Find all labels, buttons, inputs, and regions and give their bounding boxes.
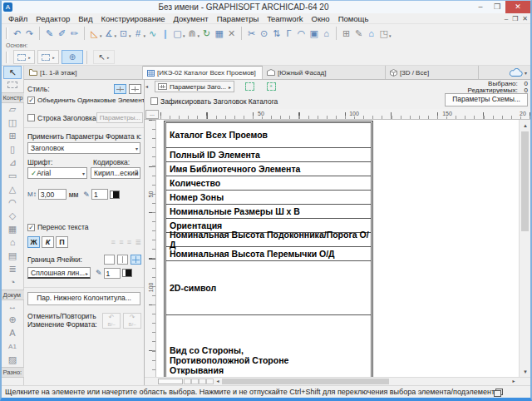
footer-params-button[interactable]: Пар. Нижнего Колонтитула... — [27, 292, 140, 305]
column-tool[interactable]: ▯ — [3, 143, 22, 156]
menu-teamwork[interactable]: Teamwork — [263, 14, 307, 23]
merge-items-checkbox[interactable]: ✓ — [27, 97, 35, 104]
menu-edit[interactable]: Редактор — [32, 14, 74, 23]
text-pen-field[interactable]: 1 — [91, 189, 108, 200]
menu-design[interactable]: Конструирование — [96, 14, 169, 23]
level-dimension-tool[interactable]: ⊕ — [3, 314, 22, 327]
schedule-row-2d-symbol[interactable]: 2D-символ — [165, 260, 372, 314]
slab-tool[interactable]: ▭ — [3, 170, 22, 183]
line-type-select[interactable]: Сплошная лин... ▸ — [27, 267, 91, 279]
scrollbar-thumb[interactable] — [521, 131, 529, 231]
scroll-down-icon[interactable]: ▾ — [520, 366, 531, 377]
orient-button[interactable]: ⊕ — [62, 50, 83, 64]
marquee-preset-button[interactable]: ▸ — [37, 50, 59, 64]
stretch-icon[interactable]: ⇅ — [270, 26, 283, 41]
caret-down-icon[interactable]: ▾ — [389, 33, 392, 38]
text-tool[interactable]: А — [3, 327, 22, 340]
toolbar-grip[interactable] — [6, 27, 8, 39]
morph-tool[interactable]: ◇ — [3, 210, 22, 223]
dimension-tool[interactable]: ↔ — [3, 300, 22, 314]
fit-view-button[interactable] — [199, 379, 206, 384]
arrow-mode-button[interactable]: ↖▸ — [93, 50, 115, 64]
corner-icon[interactable]: Γ — [283, 26, 295, 41]
minimize-button[interactable]: – — [472, 1, 489, 13]
schedule-row-view[interactable]: Вид со Стороны, Противоположной Стороне … — [165, 314, 372, 377]
snap-guides-icon[interactable]: ∡ — [103, 26, 116, 41]
zoom-level-button[interactable] — [158, 379, 183, 384]
lock-header-checkbox[interactable] — [150, 97, 158, 105]
pickup-parameters-icon[interactable]: ✎ — [43, 26, 56, 41]
view-3d-icon[interactable]: ◳ — [377, 26, 390, 41]
favorites-pen-icon[interactable]: ✏ — [68, 26, 81, 41]
align-justify-icon[interactable]: ≣ — [135, 238, 141, 246]
align-right-icon[interactable]: ≡ — [127, 238, 131, 246]
menu-help[interactable]: Помощь — [334, 14, 373, 23]
scroll-right-icon[interactable]: ▸ — [510, 378, 518, 385]
lock-icon[interactable]: ⋒ — [186, 26, 199, 41]
font-select[interactable]: ✓Arial ▾ — [27, 167, 87, 179]
header-row-checkbox[interactable] — [27, 114, 35, 121]
tab-south-elevation[interactable]: [Южный Фасад] — [263, 66, 386, 79]
align-center-icon[interactable]: ≡ — [119, 238, 123, 246]
label-tool[interactable]: A1 — [3, 340, 22, 354]
header-params-button[interactable]: Параметры... — [96, 112, 143, 123]
fill-tool[interactable]: ▨ — [3, 354, 22, 367]
select-all-button[interactable] — [243, 81, 256, 92]
figure-icon[interactable]: ▣ — [308, 26, 320, 41]
border-all-button[interactable] — [131, 255, 141, 265]
underline-button[interactable]: П — [56, 236, 68, 248]
scroll-left-icon[interactable]: ◂ — [214, 378, 222, 385]
curtain-wall-tool[interactable]: ▤ — [3, 250, 22, 263]
magic-wand-icon[interactable]: ❙ — [159, 26, 171, 41]
fillet-icon[interactable]: ◠ — [295, 26, 308, 41]
zoom-preset-button[interactable]: ▸ — [13, 50, 35, 64]
horizontal-scrollbar[interactable] — [222, 379, 510, 384]
style-option-grid-icon[interactable] — [114, 84, 126, 94]
select-criteria-button[interactable]: * — [264, 81, 278, 92]
border-pen-color-swatch[interactable] — [122, 269, 132, 277]
inject-parameters-icon[interactable]: ✐ — [56, 26, 68, 41]
tab-3d-all[interactable]: [3D / Все] — [386, 66, 479, 79]
update-schedule-icon[interactable]: ↻ — [200, 26, 213, 41]
schedule-row-title[interactable]: Каталог Всех Проемов — [165, 122, 372, 147]
schedule-row[interactable]: Номинальные Размеры Ш х В — [165, 204, 372, 218]
door-tool[interactable]: ◫ — [3, 116, 22, 130]
zoom-tool-icon[interactable]: ⊙ — [258, 26, 270, 41]
beam-tool[interactable]: ⊿ — [3, 156, 22, 170]
redo-icon[interactable]: ↷ — [23, 26, 36, 41]
caret-down-icon[interactable]: ▾ — [144, 33, 146, 38]
home-story-icon[interactable]: ⌂ — [320, 26, 332, 41]
schedule-row[interactable]: Номинальная Высота Подоконника/Порога О/… — [165, 232, 372, 246]
schedule-row[interactable]: Количество — [165, 176, 372, 190]
grid-snap-icon[interactable]: # — [132, 26, 145, 41]
font-size-field[interactable]: 3,00 — [38, 189, 66, 200]
open-house-icon[interactable]: ⌂ — [365, 26, 377, 41]
undo-format-button[interactable]: ↶В/– — [102, 313, 121, 329]
scheme-settings-button[interactable]: Параметры Схемы... — [445, 93, 528, 106]
caret-down-icon[interactable]: ▾ — [115, 33, 117, 38]
object-tool[interactable]: ◔ — [3, 276, 22, 290]
mesh-tool[interactable]: ▦ — [3, 223, 22, 236]
schedule-row[interactable]: Имя Библиотечного Элемента — [165, 161, 372, 176]
suspend-groups-icon[interactable]: ∿ — [146, 26, 159, 41]
marquee-tool[interactable] — [3, 79, 22, 92]
style-option-dense-grid-icon[interactable] — [129, 84, 141, 94]
caret-down-icon[interactable]: ▾ — [129, 33, 131, 38]
close-button[interactable]: ✕ — [505, 1, 530, 13]
arrow-tool[interactable]: ↖ — [3, 66, 22, 79]
zone-tool[interactable]: ⌂ — [3, 236, 22, 250]
pen-color-swatch[interactable] — [110, 191, 120, 199]
mdi-minimize-button[interactable]: – — [505, 15, 508, 22]
zoom-in-button[interactable] — [191, 379, 199, 384]
schedule-canvas[interactable]: Каталог Всех Проемов Полный ID Элемента … — [156, 120, 519, 377]
menu-view[interactable]: Вид — [74, 14, 96, 23]
markup-pen-icon[interactable]: ✎ — [352, 26, 365, 41]
cancel-icon[interactable]: ✕ — [225, 26, 238, 41]
schedule-grid-icon[interactable]: ▦ — [213, 26, 225, 41]
marquee-options-icon[interactable]: ▢ — [171, 26, 184, 41]
zoom-out-button[interactable] — [184, 379, 191, 384]
ruler-options-button[interactable]: ... — [145, 110, 159, 119]
border-vertical-button[interactable] — [117, 255, 128, 265]
apply-format-select[interactable]: Заголовок ▾ — [27, 142, 140, 154]
cascade-windows-icon[interactable] — [494, 389, 502, 396]
